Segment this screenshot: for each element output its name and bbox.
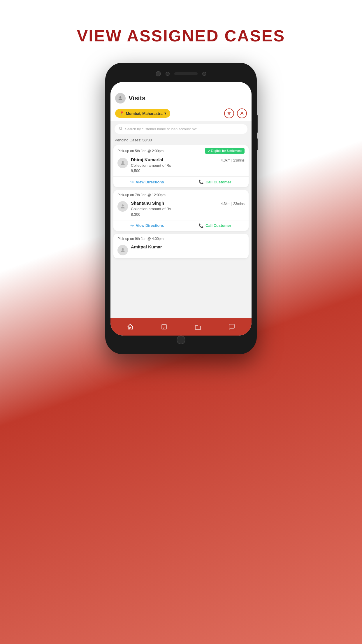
svg-point-7 <box>122 161 124 163</box>
case-card-header: Pick-up on 7th Jan @ 12:00pm <box>113 190 249 199</box>
distance-info: 4.3km | 23mins <box>221 202 245 206</box>
customer-name: Dhiraj Kumarlal <box>131 157 171 162</box>
directions-icon: ↪ <box>130 180 134 184</box>
case-card: Pick-up on 9th Jan @ 4:00pm Amitpal Kuma… <box>113 234 249 258</box>
filter-icon[interactable] <box>224 108 234 118</box>
user-avatar <box>115 93 126 103</box>
collection-amount: Collection amount of Rs 8,500 <box>131 163 171 173</box>
phone-icon: 📞 <box>198 180 203 184</box>
svg-point-9 <box>122 248 124 250</box>
phone-screen: Visits 📍 Mumbai, Maharastra ▾ <box>110 82 252 336</box>
nav-list[interactable] <box>161 323 168 330</box>
customer-name: Amitpal Kumar <box>131 244 162 249</box>
nav-home[interactable] <box>127 323 134 330</box>
case-info: Dhiraj Kumarlal Collection amount of Rs … <box>117 157 171 173</box>
location-text: Mumbai, Maharastra <box>126 111 163 116</box>
phone-top-bar <box>110 68 252 80</box>
sensor <box>202 72 206 76</box>
pickup-time: Pick-up on 7th Jan @ 12:00pm <box>117 193 166 197</box>
view-directions-button[interactable]: ↪ View Directions <box>113 177 181 187</box>
customer-details: Shantanu Singh Collection amount of Rs 8… <box>131 201 171 217</box>
case-actions: ↪ View Directions 📞 Call Customer <box>113 220 249 231</box>
call-customer-button[interactable]: 📞 Call Customer <box>181 220 249 231</box>
case-body: Shantanu Singh Collection amount of Rs 8… <box>113 199 249 220</box>
home-button[interactable] <box>177 336 185 344</box>
location-bar: 📍 Mumbai, Maharastra ▾ <box>110 106 252 121</box>
customer-avatar <box>117 201 128 212</box>
pending-cases-label: Pending Cases: 50/80 <box>110 137 252 145</box>
phone-icon: 📞 <box>198 223 203 228</box>
search-icon <box>119 127 123 131</box>
case-card-header: Pick-up on 9th Jan @ 4:00pm <box>113 234 249 243</box>
app-header: Visits <box>110 90 252 106</box>
case-card: Pick-up on 7th Jan @ 12:00pm Shantanu Si… <box>113 190 249 231</box>
directions-icon: ↪ <box>130 223 134 228</box>
header-action-icons <box>224 108 247 118</box>
location-selector[interactable]: 📍 Mumbai, Maharastra ▾ <box>115 109 170 118</box>
customer-name: Shantanu Singh <box>131 201 171 206</box>
nav-chat[interactable] <box>228 323 235 330</box>
customer-avatar <box>117 158 128 168</box>
pin-icon: 📍 <box>119 111 124 116</box>
pickup-time: Pick-up on 5th Jan @ 2:00pm <box>117 149 164 153</box>
phone-shell: Visits 📍 Mumbai, Maharastra ▾ <box>105 63 257 354</box>
case-body: Dhiraj Kumarlal Collection amount of Rs … <box>113 155 249 176</box>
case-actions: ↪ View Directions 📞 Call Customer <box>113 176 249 187</box>
bottom-nav <box>110 318 252 336</box>
customer-details: Dhiraj Kumarlal Collection amount of Rs … <box>131 157 171 173</box>
svg-point-5 <box>119 127 122 129</box>
profile-icon[interactable] <box>237 108 247 118</box>
status-bar <box>110 82 252 90</box>
app-title: Visits <box>129 94 247 102</box>
phone-bottom-bar <box>110 336 252 344</box>
customer-avatar <box>117 245 128 255</box>
page-title: VIEW ASSIGNED CASES <box>77 26 285 45</box>
case-info: Shantanu Singh Collection amount of Rs 8… <box>117 201 171 217</box>
case-body: Amitpal Kumar <box>113 243 249 258</box>
collection-amount: Collection amount of Rs 8,300 <box>131 206 171 217</box>
search-box[interactable]: Search by customer name or loan account … <box>115 124 247 134</box>
case-info: Amitpal Kumar <box>117 244 162 255</box>
eligible-badge: ✓ Eligible for Settlement <box>205 148 245 154</box>
distance-info: 4.3km | 23mins <box>221 158 245 162</box>
customer-details: Amitpal Kumar <box>131 244 162 249</box>
call-customer-button[interactable]: 📞 Call Customer <box>181 177 249 187</box>
svg-point-4 <box>241 112 243 113</box>
svg-point-8 <box>122 205 124 207</box>
svg-line-6 <box>122 129 122 130</box>
view-directions-button[interactable]: ↪ View Directions <box>113 220 181 231</box>
search-container: Search by customer name or loan account … <box>110 121 252 137</box>
case-card-header: Pick-up on 5th Jan @ 2:00pm ✓ Eligible f… <box>113 145 249 155</box>
camera-dot <box>156 71 161 76</box>
pickup-time: Pick-up on 9th Jan @ 4:00pm <box>117 237 164 241</box>
search-placeholder: Search by customer name or loan account … <box>125 127 197 131</box>
nav-folder[interactable] <box>194 323 201 330</box>
camera-front <box>166 72 170 76</box>
svg-point-0 <box>120 96 122 98</box>
speaker <box>174 72 198 75</box>
case-card: Pick-up on 5th Jan @ 2:00pm ✓ Eligible f… <box>113 145 249 187</box>
cases-list: Pick-up on 5th Jan @ 2:00pm ✓ Eligible f… <box>110 145 252 318</box>
chevron-down-icon: ▾ <box>164 111 166 115</box>
